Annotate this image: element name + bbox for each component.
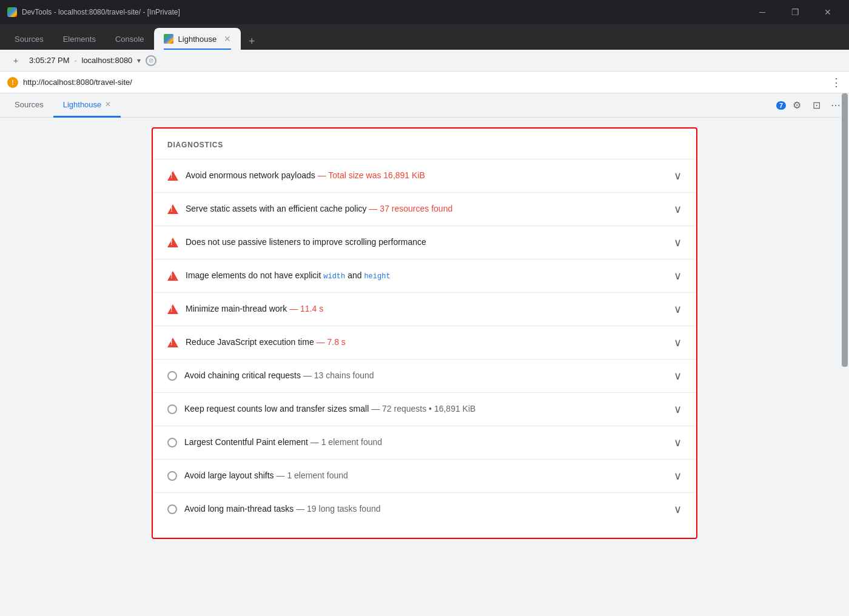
audit-detail-7: — 13 chains found: [303, 370, 374, 380]
audit-item-request-counts[interactable]: Keep request counts low and transfer siz…: [153, 392, 696, 426]
tab-elements[interactable]: Elements: [53, 28, 106, 50]
audit-text-1: Avoid enormous network payloads — Total …: [186, 170, 666, 182]
tab-lighthouse[interactable]: Lighthouse ✕: [154, 28, 241, 50]
title-bar: DevTools - localhost:8080/travel-site/ -…: [0, 0, 849, 24]
devtools-tab-bar: Sources Lighthouse ✕ 7 ⚙ ⊡ ⋯: [0, 93, 849, 118]
code-height: height: [364, 272, 390, 281]
audit-item-js-execution[interactable]: Reduce JavaScript execution time — 7.8 s…: [153, 326, 696, 359]
audit-item-image-dimensions[interactable]: Image elements do not have explicit widt…: [153, 259, 696, 292]
audit-text-11: Avoid long main-thread tasks — 19 long t…: [184, 503, 666, 515]
scrollbar-track: [841, 93, 849, 549]
host-display: localhost:8080: [82, 56, 133, 65]
expand-icon-8[interactable]: ∨: [674, 403, 682, 416]
expand-icon-7[interactable]: ∨: [674, 369, 682, 383]
audit-item-cache-policy[interactable]: Serve static assets with an efficient ca…: [153, 192, 696, 226]
expand-icon-4[interactable]: ∨: [674, 269, 682, 283]
browser-tab-bar: Sources Elements Console Lighthouse ✕ +: [0, 24, 849, 50]
separator: -: [75, 56, 77, 65]
dt-tab-lighthouse-close[interactable]: ✕: [105, 100, 111, 109]
window-title: DevTools - localhost:8080/travel-site/ -…: [22, 8, 743, 16]
main-content: Sources Lighthouse ✕ 7 ⚙ ⊡ ⋯ DIAGNOSTICS…: [0, 93, 849, 549]
audit-text-10: Avoid large layout shifts — 1 element fo…: [184, 470, 666, 482]
time-display: 3:05:27 PM: [29, 56, 70, 65]
diagnostics-panel: DIAGNOSTICS Avoid enormous network paylo…: [152, 127, 697, 539]
warning-icon-6: [167, 338, 178, 347]
info-icon-3: [167, 438, 177, 447]
audit-item-critical-requests[interactable]: Avoid chaining critical requests — 13 ch…: [153, 359, 696, 392]
warning-icon-2: [167, 204, 178, 214]
audit-text-7: Avoid chaining critical requests — 13 ch…: [184, 370, 666, 382]
screencast-button[interactable]: ⊡: [808, 97, 825, 114]
audit-item-layout-shifts[interactable]: Avoid large layout shifts — 1 element fo…: [153, 459, 696, 492]
block-requests-icon[interactable]: ⊘: [146, 55, 156, 66]
warning-icon-4: [167, 271, 178, 281]
expand-icon-3[interactable]: ∨: [674, 236, 682, 249]
dt-tab-sources-label: Sources: [15, 100, 44, 109]
audit-detail-1: — Total size was 16,891 KiB: [318, 170, 425, 180]
tab-console[interactable]: Console: [106, 28, 154, 50]
audit-detail-11: — 19 long tasks found: [296, 504, 380, 514]
warning-icon-5: [167, 304, 178, 314]
info-icon-4: [167, 471, 177, 481]
diagnostics-title: DIAGNOSTICS: [153, 141, 696, 159]
dt-tab-lighthouse[interactable]: Lighthouse ✕: [53, 93, 121, 118]
audit-text-6: Reduce JavaScript execution time — 7.8 s: [186, 336, 666, 349]
minimize-button[interactable]: ─: [748, 2, 776, 22]
tab-active-indicator: [164, 49, 232, 50]
info-icon-1: [167, 371, 177, 381]
audit-text-2: Serve static assets with an efficient ca…: [186, 203, 666, 215]
new-tab-button[interactable]: +: [243, 33, 260, 50]
tab-sources[interactable]: Sources: [5, 28, 53, 50]
expand-icon-11[interactable]: ∨: [674, 503, 682, 516]
expand-icon-10[interactable]: ∨: [674, 469, 682, 483]
audit-text-5: Minimize main-thread work — 11.4 s: [186, 303, 666, 315]
audit-item-network-payloads[interactable]: Avoid enormous network payloads — Total …: [153, 159, 696, 192]
settings-button[interactable]: ⚙: [788, 97, 805, 114]
tab-elements-label: Elements: [63, 35, 96, 44]
tab-lighthouse-label: Lighthouse: [178, 35, 217, 44]
audit-text-4: Image elements do not have explicit widt…: [186, 270, 666, 282]
maximize-button[interactable]: ❐: [781, 2, 809, 22]
audit-item-lcp[interactable]: Largest Contentful Paint element — 1 ele…: [153, 426, 696, 459]
audit-text-8: Keep request counts low and transfer siz…: [184, 403, 666, 415]
new-tab-icon[interactable]: +: [7, 52, 24, 69]
audit-item-main-thread[interactable]: Minimize main-thread work — 11.4 s ∨: [153, 292, 696, 326]
host-chevron-icon[interactable]: ▾: [137, 56, 141, 65]
dt-tab-sources[interactable]: Sources: [5, 93, 53, 118]
address-bar: ! http://localhost:8080/travel-site/ ⋮: [0, 72, 849, 93]
tab-favicon: [164, 34, 173, 44]
tab-close-icon[interactable]: ✕: [224, 34, 231, 44]
tab-console-label: Console: [115, 35, 144, 44]
warning-icon-1: [167, 171, 178, 181]
code-width: width: [323, 272, 345, 281]
audit-detail-5: — 11.4 s: [289, 304, 323, 313]
audit-detail-9: — 1 element found: [310, 437, 382, 447]
scrollbar-thumb[interactable]: [842, 93, 848, 367]
audit-item-passive-listeners[interactable]: Does not use passive listeners to improv…: [153, 226, 696, 259]
more-options-icon[interactable]: ⋮: [831, 76, 842, 89]
audit-detail-6: — 7.8 s: [317, 337, 346, 347]
audit-detail-2: — 37 resources found: [369, 204, 452, 213]
expand-icon-1[interactable]: ∨: [674, 169, 682, 182]
notification-badge: 7: [776, 101, 786, 110]
audit-text-9: Largest Contentful Paint element — 1 ele…: [184, 437, 666, 449]
info-icon-2: [167, 404, 177, 414]
audit-item-long-tasks[interactable]: Avoid long main-thread tasks — 19 long t…: [153, 492, 696, 526]
url-display[interactable]: http://localhost:8080/travel-site/: [23, 78, 826, 87]
expand-icon-6[interactable]: ∨: [674, 336, 682, 349]
security-warning-icon: !: [7, 77, 18, 88]
expand-icon-9[interactable]: ∨: [674, 436, 682, 449]
expand-icon-2[interactable]: ∨: [674, 203, 682, 216]
tab-sources-label: Sources: [15, 35, 44, 44]
close-button[interactable]: ✕: [814, 2, 842, 22]
dt-toolbar-icons: 7 ⚙ ⊡ ⋯: [776, 97, 844, 114]
warning-icon-3: [167, 238, 178, 247]
audit-detail-10: — 1 element found: [277, 470, 348, 480]
audit-detail-8: — 72 requests • 16,891 KiB: [371, 404, 475, 413]
audit-text-3: Does not use passive listeners to improv…: [186, 236, 666, 249]
dt-tab-lighthouse-label: Lighthouse: [63, 100, 102, 109]
secondary-toolbar: + 3:05:27 PM - localhost:8080 ▾ ⊘: [0, 50, 849, 72]
info-icon-5: [167, 504, 177, 514]
expand-icon-5[interactable]: ∨: [674, 303, 682, 316]
app-icon: [7, 7, 17, 17]
